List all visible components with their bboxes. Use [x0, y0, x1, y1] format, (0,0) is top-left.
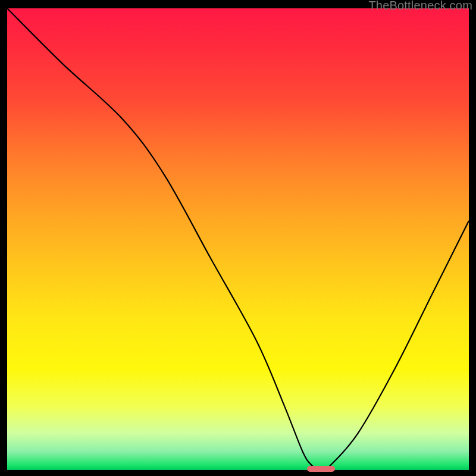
curve-svg	[7, 8, 469, 470]
bottleneck-curve-path	[7, 8, 469, 470]
gradient-plot-area	[7, 8, 469, 470]
optimal-marker	[307, 466, 335, 472]
chart-frame: TheBottleneck.com	[0, 0, 476, 476]
watermark-text: TheBottleneck.com	[368, 0, 472, 12]
